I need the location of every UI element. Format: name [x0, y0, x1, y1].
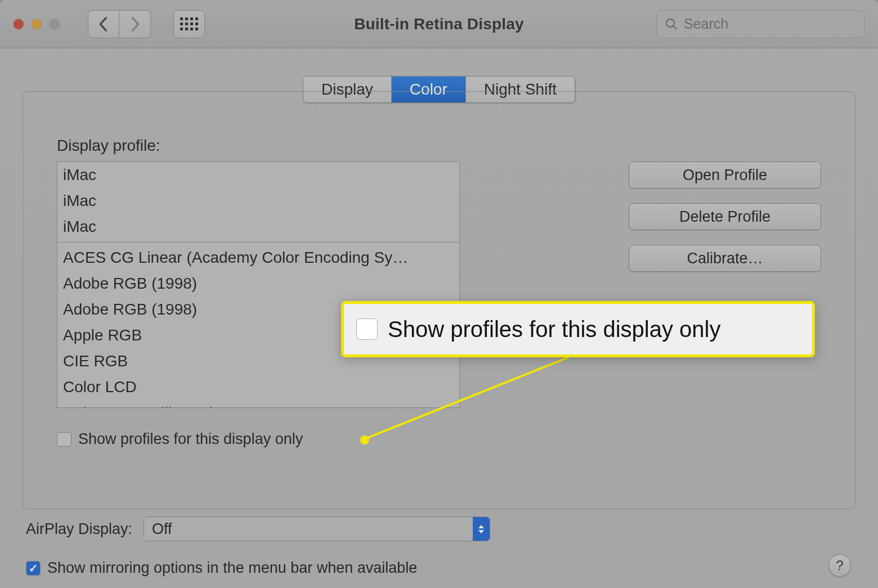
bottom-section: AirPlay Display: Off Show mirroring opti…: [26, 517, 852, 577]
airplay-row: AirPlay Display: Off: [26, 517, 852, 541]
help-button[interactable]: ?: [828, 554, 851, 577]
search-placeholder: Search: [684, 16, 728, 32]
content-panel: Display profile: iMac iMac iMac ACES CG …: [23, 91, 855, 509]
list-separator: [57, 242, 459, 243]
select-arrows-icon: [473, 517, 490, 541]
annotation-dot: [360, 436, 369, 445]
callout-checkbox-icon: [356, 318, 378, 340]
svg-line-1: [673, 26, 677, 29]
toolbar: Built-in Retina Display Search: [0, 0, 878, 48]
list-item[interactable]: Color LCD: [57, 374, 459, 400]
open-profile-button[interactable]: Open Profile: [629, 161, 821, 188]
preferences-window: Built-in Retina Display Search Display C…: [0, 0, 878, 588]
show-profiles-only-row: Show profiles for this display only: [57, 430, 821, 448]
list-item[interactable]: Adobe RGB (1998): [57, 271, 459, 297]
annotation-callout: Show profiles for this display only: [341, 301, 815, 357]
nav-group: [88, 10, 151, 38]
show-profiles-only-checkbox[interactable]: [57, 432, 71, 447]
mirror-label: Show mirroring options in the menu bar w…: [47, 559, 417, 577]
list-item[interactable]: iMac: [57, 188, 459, 214]
airplay-label: AirPlay Display:: [26, 520, 132, 538]
mirror-checkbox[interactable]: [26, 561, 41, 576]
list-item[interactable]: iMac: [57, 162, 459, 188]
calibrate-button[interactable]: Calibrate…: [629, 245, 821, 272]
callout-label: Show profiles for this display only: [388, 317, 720, 342]
airplay-select[interactable]: Off: [144, 517, 490, 541]
display-profile-label: Display profile:: [57, 137, 821, 155]
minimize-window-button[interactable]: [32, 19, 42, 29]
svg-point-0: [666, 19, 674, 27]
chevron-left-icon: [98, 16, 109, 32]
show-all-button[interactable]: [173, 10, 205, 38]
back-button[interactable]: [88, 10, 119, 38]
close-window-button[interactable]: [14, 19, 24, 29]
search-field[interactable]: Search: [656, 10, 864, 38]
grid-icon: [180, 17, 198, 30]
window-controls: [14, 19, 60, 29]
search-icon: [665, 17, 678, 31]
airplay-value: Off: [152, 520, 172, 538]
mirror-row: Show mirroring options in the menu bar w…: [26, 559, 852, 577]
list-item[interactable]: Color LCD Calibrated: [57, 400, 459, 408]
list-item[interactable]: ACES CG Linear (Academy Color Encoding S…: [57, 245, 459, 271]
chevron-right-icon: [130, 16, 140, 32]
forward-button[interactable]: [119, 10, 151, 38]
window-title: Built-in Retina Display: [354, 15, 524, 33]
show-profiles-only-label: Show profiles for this display only: [78, 430, 303, 448]
zoom-window-button[interactable]: [50, 19, 60, 29]
list-item[interactable]: iMac: [57, 214, 459, 240]
profile-actions: Open Profile Delete Profile Calibrate…: [629, 161, 821, 408]
delete-profile-button[interactable]: Delete Profile: [629, 203, 821, 230]
profile-list[interactable]: iMac iMac iMac ACES CG Linear (Academy C…: [57, 161, 460, 408]
